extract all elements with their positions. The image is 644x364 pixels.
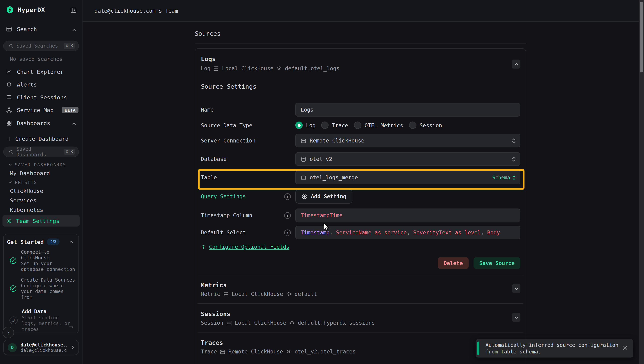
radio-log[interactable]: Log [295, 122, 316, 129]
sidebar-item-my-dashboard[interactable]: My Dashboard [10, 170, 50, 177]
plus-circle-icon [301, 193, 308, 199]
kbd-shortcut: ⌘ K [64, 43, 75, 49]
radio-session[interactable]: Session [409, 122, 442, 129]
sidebar-item-label: Chart Explorer [17, 68, 64, 75]
user-profile[interactable]: D dale@clickhouse.… dale@clickhouse.c… [3, 340, 79, 355]
checklist-item-connect[interactable]: Connect to ClickHouse Set up your databa… [7, 249, 75, 272]
sidebar-item-search[interactable]: Search [6, 26, 37, 32]
checklist-item-desc: Set up your database connection [21, 261, 75, 272]
saved-dashboards-section[interactable]: SAVED DASHBOARDS [8, 162, 66, 167]
form-row-timestamp: Timestamp Column ? TimestampTime [201, 208, 520, 222]
radio-icon [354, 122, 361, 129]
delete-button[interactable]: Delete [438, 258, 468, 269]
chevron-up-icon[interactable] [72, 28, 76, 32]
database-label: Database [201, 156, 227, 162]
sidebar-item-clickhouse[interactable]: ClickHouse [10, 188, 43, 194]
table-icon [301, 175, 306, 180]
table-value: otel_logs_merge [310, 174, 358, 180]
scrollbar-thumb[interactable] [640, 2, 643, 72]
form-row-server-connection: Server Connection Remote ClickHouse [201, 134, 520, 147]
source-server: Local ClickHouse [232, 291, 283, 298]
saved-dashboards-input[interactable]: Saved Dashboards ⌘ K [3, 146, 79, 157]
select-chevrons-icon [512, 137, 516, 144]
radio-otel-metrics[interactable]: OTEL Metrics [354, 122, 403, 129]
source-table: otel_v2.otel_traces [295, 348, 356, 355]
timestamp-value: TimestampTime [301, 212, 343, 218]
presets-section[interactable]: PRESETS [8, 180, 37, 185]
checklist-item-sources[interactable]: Create Data Sources Configure where your… [7, 277, 75, 300]
search-icon [9, 44, 14, 48]
sidebar-item-service-map[interactable]: Service Map BETA [6, 107, 78, 113]
server-connection-label: Server Connection [201, 138, 256, 144]
source-kind: Trace [201, 348, 217, 355]
step-number-circle: 3 [10, 316, 18, 324]
save-source-button[interactable]: Save Source [473, 258, 520, 269]
select-chevrons-icon [512, 156, 516, 162]
chevron-up-icon[interactable] [69, 240, 74, 244]
question-circle-icon[interactable]: ? [284, 193, 291, 200]
radio-label: OTEL Metrics [365, 122, 403, 128]
question-circle-icon[interactable]: ? [284, 212, 291, 219]
search-table-icon [6, 26, 12, 32]
chevron-down-icon [514, 315, 518, 320]
question-circle-icon[interactable]: ? [284, 229, 291, 236]
add-setting-button[interactable]: Add Setting [295, 189, 352, 204]
collapse-source-button[interactable] [512, 60, 520, 69]
checklist-item-title: Create Data Sources [21, 277, 75, 283]
server-connection-select[interactable]: Remote ClickHouse [295, 134, 520, 147]
chevron-up-icon[interactable] [72, 122, 76, 126]
sidebar-item-alerts[interactable]: Alerts [6, 81, 37, 88]
name-input[interactable]: Logs [295, 103, 520, 116]
radio-selected-icon [295, 122, 303, 129]
database-select[interactable]: otel_v2 [295, 152, 520, 166]
brand-name: HyperDX [18, 6, 45, 14]
help-button[interactable]: ? [3, 327, 14, 338]
expand-source-button[interactable] [512, 284, 520, 293]
sidebar-item-services[interactable]: Services [10, 197, 37, 204]
sidebar-item-label: Alerts [17, 81, 37, 88]
configure-optional-fields[interactable]: Configure Optional Fields [201, 244, 520, 250]
source-meta-logs: Log Local ClickHouse default.otel_logs [201, 65, 520, 72]
schema-link[interactable]: Schema [492, 175, 516, 180]
expand-source-button[interactable] [512, 313, 520, 322]
get-started-card: Get Started 2/3 Connect to ClickHouse Se… [3, 234, 79, 334]
layers-icon [286, 349, 292, 355]
sidebar-item-chart-explorer[interactable]: Chart Explorer [6, 68, 64, 75]
create-dashboard-button[interactable]: Create Dashboard [7, 136, 69, 142]
source-kind: Log [201, 65, 211, 72]
collapse-sidebar-icon[interactable] [70, 6, 77, 14]
sidebar: HyperDX Search Saved Searches ⌘ K No sav… [0, 0, 83, 364]
select-chevrons-icon [512, 175, 516, 180]
sidebar-item-kubernetes[interactable]: Kubernetes [10, 206, 43, 213]
scrollbar[interactable] [639, 0, 644, 364]
kbd-shortcut: ⌘ K [64, 149, 75, 155]
sidebar-item-client-sessions[interactable]: Client Sessions [6, 94, 67, 101]
close-icon[interactable] [623, 345, 628, 350]
checklist-item-add-data[interactable]: 3 Add Data Start sending logs, metrics, … [7, 308, 75, 332]
saved-dashboards-placeholder: Saved Dashboards [17, 146, 61, 158]
sql-comma: , [481, 230, 487, 236]
brand[interactable]: HyperDX [6, 6, 45, 14]
sidebar-item-team-settings[interactable]: Team Settings [3, 215, 80, 226]
chevron-down-icon [8, 162, 12, 166]
section-label: PRESETS [15, 180, 37, 185]
sources-card: Logs Log Local ClickHouse default.otel_l… [195, 48, 526, 364]
sidebar-item-label: Search [17, 26, 37, 32]
source-title-sessions: Sessions [201, 310, 520, 318]
source-meta-metrics: Metric Local ClickHouse default [201, 291, 520, 298]
main-content: Sources Logs Log Local ClickHouse defaul… [82, 21, 639, 364]
sql-token: ServiceName as service [336, 230, 407, 236]
sidebar-item-dashboards[interactable]: Dashboards [6, 120, 50, 126]
sidebar-item-label: Service Map [17, 107, 54, 113]
schema-label: Schema [492, 175, 510, 180]
table-select[interactable]: otel_logs_merge Schema [295, 171, 520, 184]
type-radio-group: Log Trace OTEL Metrics Session [295, 122, 520, 129]
source-server: Remote ClickHouse [228, 348, 283, 355]
timestamp-input[interactable]: TimestampTime [295, 208, 520, 222]
source-server: Local ClickHouse [222, 65, 274, 72]
name-label: Name [201, 107, 214, 113]
toast-notification: Automatically inferred source configurat… [476, 339, 633, 358]
get-started-header[interactable]: Get Started 2/3 [7, 238, 75, 245]
radio-trace[interactable]: Trace [321, 122, 348, 129]
saved-searches-input[interactable]: Saved Searches ⌘ K [3, 40, 79, 51]
